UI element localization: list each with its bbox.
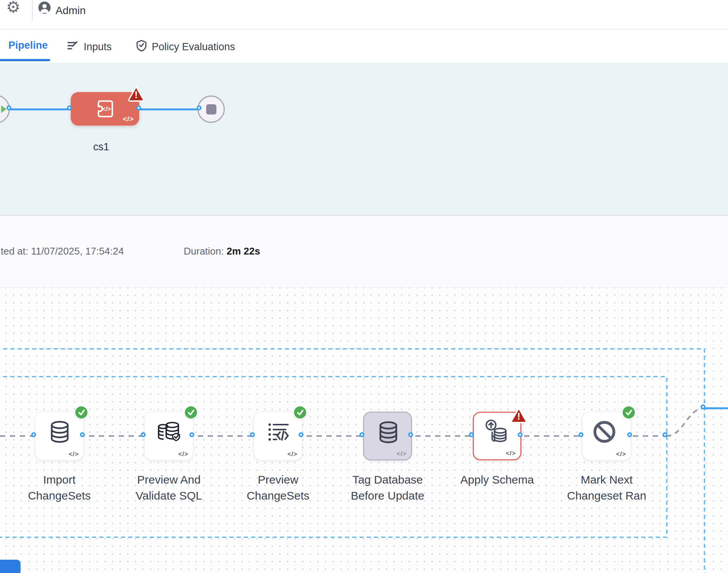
step-card-preview-changesets[interactable]: </> bbox=[254, 412, 302, 460]
custom-stage-puzzle-icon: </> bbox=[94, 97, 116, 120]
stage-graph-canvas[interactable]: </> </> ! cs1 bbox=[0, 63, 728, 215]
started-at-text: ted at: 11/07/2025, 17:54:24 bbox=[1, 245, 124, 257]
step-graph-canvas[interactable]: </> ImportChangeSets </> Preview AndVali bbox=[0, 288, 728, 573]
code-mark: </> bbox=[397, 450, 407, 457]
step-label: Apply Schema bbox=[436, 472, 558, 488]
code-mark: </> bbox=[123, 115, 134, 123]
success-badge-icon bbox=[293, 405, 307, 420]
stage-node-label: cs1 bbox=[59, 141, 143, 153]
stage-node-cs1[interactable]: </> </> ! bbox=[71, 92, 139, 126]
code-mark: </> bbox=[288, 451, 297, 458]
stop-icon bbox=[206, 104, 216, 115]
step-card-import-changesets[interactable]: </> bbox=[35, 412, 84, 460]
tab-bar: Pipeline Inputs Policy Evaluations bbox=[0, 30, 728, 63]
success-badge-icon bbox=[622, 405, 636, 420]
user-name[interactable]: Admin bbox=[56, 5, 86, 17]
play-icon bbox=[1, 105, 6, 113]
connector-point bbox=[141, 432, 146, 437]
top-bar: ⚙ Admin bbox=[0, 0, 728, 30]
code-mark: </> bbox=[616, 451, 626, 458]
code-mark: </> bbox=[506, 450, 516, 457]
step-label: Preview AndValidate SQL bbox=[108, 472, 230, 504]
step-card-preview-validate-sql[interactable]: </> bbox=[145, 412, 193, 460]
step-card-mark-next-changeset[interactable]: </> bbox=[582, 412, 631, 460]
connector-point bbox=[469, 432, 474, 437]
svg-text:</>: </> bbox=[102, 105, 111, 112]
svg-text:!: ! bbox=[517, 411, 520, 422]
database-icon bbox=[48, 420, 72, 445]
topbar-divider bbox=[32, 0, 33, 21]
pipeline-end-node[interactable] bbox=[197, 96, 225, 123]
upload-database-icon bbox=[485, 420, 509, 444]
canvas-control-button-partial[interactable] bbox=[0, 560, 21, 573]
inner-dashed-box bbox=[0, 377, 667, 537]
duration-text: Duration: 2m 22s bbox=[184, 245, 260, 257]
shield-check-icon bbox=[136, 40, 147, 54]
code-mark: </> bbox=[69, 451, 79, 458]
connector-point bbox=[627, 432, 632, 437]
step-card-apply-schema[interactable]: </> ! bbox=[473, 412, 521, 460]
ban-icon bbox=[592, 420, 617, 444]
success-badge-icon bbox=[184, 405, 198, 420]
list-code-icon bbox=[266, 420, 291, 445]
connector-point bbox=[67, 105, 72, 110]
active-tab-underline bbox=[0, 59, 50, 61]
database-check-icon bbox=[157, 420, 181, 445]
database-icon bbox=[376, 421, 401, 445]
connector-point bbox=[31, 432, 36, 437]
success-badge-icon bbox=[74, 405, 89, 420]
connector-point bbox=[250, 432, 255, 437]
connector-point bbox=[80, 432, 85, 437]
execution-status-bar: ted at: 11/07/2025, 17:54:24 Duration: 2… bbox=[0, 215, 728, 288]
connector-point bbox=[189, 432, 194, 437]
connector-point bbox=[518, 432, 523, 437]
connector-point bbox=[136, 105, 141, 110]
connector-point bbox=[6, 105, 11, 110]
tab-pipeline[interactable]: Pipeline bbox=[8, 40, 48, 51]
code-mark: </> bbox=[178, 451, 188, 458]
step-label: Tag DatabaseBefore Update bbox=[327, 472, 448, 504]
outer-dashed-box bbox=[0, 349, 704, 573]
user-avatar-icon[interactable] bbox=[38, 1, 51, 16]
step-label: ImportChangeSets bbox=[0, 472, 120, 504]
inputs-edit-icon bbox=[67, 40, 79, 54]
step-label: Mark NextChangeset Ran bbox=[546, 472, 668, 504]
connector-point bbox=[579, 432, 583, 437]
stage-error-badge: ! bbox=[127, 85, 145, 103]
tab-inputs[interactable]: Inputs bbox=[67, 40, 112, 54]
svg-text:!: ! bbox=[135, 89, 138, 100]
tab-policy-evaluations[interactable]: Policy Evaluations bbox=[136, 40, 235, 54]
step-label: PreviewChangeSets bbox=[217, 472, 339, 504]
error-badge-icon: ! bbox=[510, 407, 528, 425]
connector-point bbox=[299, 432, 304, 437]
connector-point bbox=[408, 432, 413, 437]
connector-point bbox=[359, 432, 364, 437]
settings-gear-icon[interactable]: ⚙ bbox=[6, 0, 21, 16]
connector-point bbox=[197, 105, 202, 110]
connector-point bbox=[701, 404, 706, 409]
step-card-tag-database[interactable]: </> bbox=[363, 412, 412, 460]
connector-point bbox=[663, 432, 668, 437]
